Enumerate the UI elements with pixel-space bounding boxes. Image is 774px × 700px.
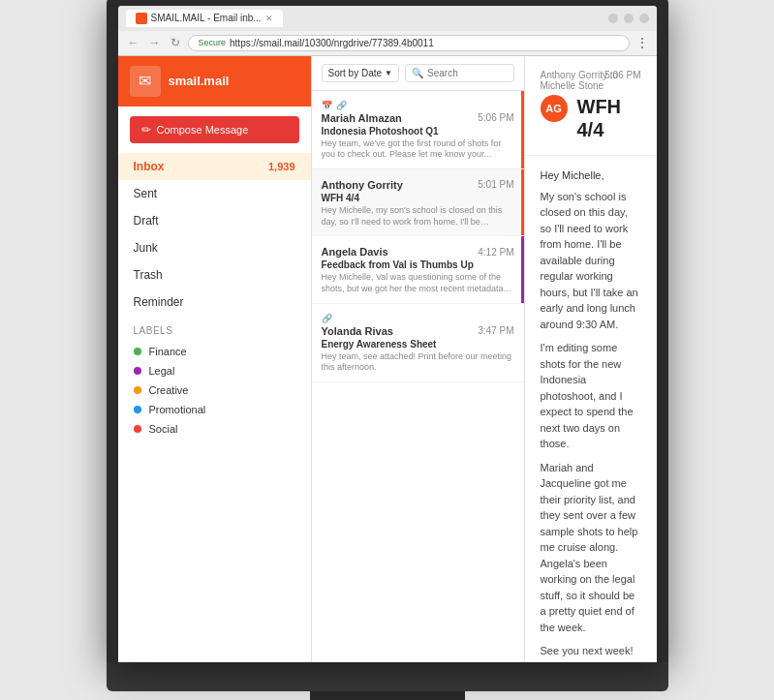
compose-button[interactable]: ✏ Compose Message [130,116,299,143]
browser-addressbar: ← → ↻ Secure https://smail.mail/10300/nr… [118,31,657,55]
sidebar: ✉ smail.mail ✏ Compose Message Inbox 1,9… [118,56,312,662]
email-item-header-1: Mariah Almazan 5:06 PM [322,112,514,124]
email-list: 📅 🔗 Mariah Almazan 5:06 PM Indonesia Pho… [312,91,524,662]
email-subject-1: Indonesia Photoshoot Q1 [322,126,514,137]
email-subject-2: WFH 4/4 [322,193,514,203]
label-dot-legal [134,367,141,375]
label-creative-name: Creative [149,384,189,396]
nav-reminder-label: Reminder [134,295,184,309]
email-preview-2: Hey Michelle, my son's school is closed … [322,205,514,228]
label-dot-creative [134,386,141,394]
email-accent-1 [521,91,524,168]
detail-avatar: AG [541,95,568,122]
nav-junk-label: Junk [134,241,158,255]
label-finance[interactable]: Finance [134,342,295,361]
email-item-header-2: Anthony Gorrity 5:01 PM [322,179,514,191]
labels-section: Labels Finance Legal Creative [118,316,311,442]
address-url: https://smail.mail/10300/nrgdrive/77389.… [230,38,434,48]
label-creative[interactable]: Creative [134,380,295,400]
calendar-icon: 📅 [322,101,332,110]
detail-paragraph-2: I'm editing some shots for the new Indon… [541,340,641,452]
win-close-btn[interactable] [639,14,649,23]
sort-arrow-icon: ▼ [385,69,392,77]
nav-item-draft[interactable]: Draft [118,207,311,234]
smail-logo-icon: ✉ [139,72,151,90]
list-toolbar: Sort by Date ▼ 🔍 [312,56,524,91]
email-subject-3: Feedback from Val is Thumbs Up [322,259,514,270]
detail-paragraph-1: My son's school is closed on this day, s… [541,189,641,333]
email-time-1: 5:06 PM [478,112,513,123]
email-item-header-3: Angela Davis 4:12 PM [322,246,514,258]
nav-sent-label: Sent [134,187,158,200]
address-box: Secure https://smail.mail/10300/nrgdrive… [188,35,630,51]
email-item-2[interactable]: Anthony Gorrity 5:01 PM WFH 4/4 Hey Mich… [312,169,524,236]
label-social[interactable]: Social [134,419,295,439]
browser-tab-favicon [136,13,147,24]
label-promotional[interactable]: Promotional [134,400,295,419]
avatar-initials: AG [545,103,562,114]
email-sender-2: Anthony Gorrity [322,179,403,191]
email-detail-pane: Anthony Gorrity to Michelle Stone AG WFH… [525,56,657,662]
detail-subject: WFH 4/4 [577,95,641,141]
nav-item-inbox[interactable]: Inbox 1,939 [118,153,311,180]
detail-time: 5:06 PM [604,70,640,80]
browser-chrome: SMAIL.MAIL - Email inb... ✕ ← → ↻ Secure [118,6,657,56]
secure-badge: Secure [199,38,227,47]
label-finance-name: Finance [149,346,187,357]
attachment-icon-1: 🔗 [336,101,347,110]
smail-logo: ✉ [130,66,161,97]
sort-by-date-btn[interactable]: Sort by Date ▼ [322,64,400,82]
detail-body: Hey Michelle, My son's school is closed … [525,156,657,662]
nav-item-trash[interactable]: Trash [118,261,311,289]
email-list-pane: Sort by Date ▼ 🔍 📅 � [312,56,525,662]
app-name: smail.mail [169,74,230,88]
email-item-3[interactable]: Angela Davis 4:12 PM Feedback from Val i… [312,236,524,303]
email-time-3: 4:12 PM [478,247,513,258]
monitor-outer: SMAIL.MAIL - Email inb... ✕ ← → ↻ Secure [107,0,668,662]
browser-tab: SMAIL.MAIL - Email inb... ✕ [126,10,283,27]
win-maximize-btn[interactable] [624,14,634,23]
search-input[interactable] [427,68,507,78]
sidebar-header: ✉ smail.mail [118,56,311,107]
email-sender-4: Yolanda Rivas [322,325,393,337]
win-controls [608,14,649,23]
email-item-header-4: Yolanda Rivas 3:47 PM [322,325,514,337]
label-dot-finance [134,348,141,355]
label-dot-social [134,425,141,433]
nav-refresh-btn[interactable]: ↻ [169,36,182,49]
email-preview-3: Hey Michelle, Val was questioning some o… [322,272,514,294]
monitor-wrapper: SMAIL.MAIL - Email inb... ✕ ← → ↻ Secure [107,0,668,700]
nav-inbox-badge: 1,939 [268,161,295,172]
browser-tab-label: SMAIL.MAIL - Email inb... [151,13,262,23]
email-item-4[interactable]: 🔗 Yolanda Rivas 3:47 PM Energy Awareness… [312,304,524,382]
nav-item-sent[interactable]: Sent [118,180,311,207]
nav-forward-btn[interactable]: → [147,36,163,49]
compose-icon: ✏ [141,123,151,137]
browser-titlebar: SMAIL.MAIL - Email inb... ✕ [118,6,657,31]
nav-item-junk[interactable]: Junk [118,234,311,261]
tab-close-btn[interactable]: ✕ [265,14,273,23]
nav-item-reminder[interactable]: Reminder [118,289,311,316]
detail-header-row: AG WFH 4/4 [541,95,641,145]
detail-header: Anthony Gorrity to Michelle Stone AG WFH… [525,56,657,156]
nav-back-btn[interactable]: ← [126,36,141,49]
link-icon-4: 🔗 [322,314,332,323]
nav-draft-label: Draft [134,214,159,228]
nav-inbox-label: Inbox [134,160,165,173]
browser-menu-btn[interactable]: ⋮ [635,35,649,50]
email-accent-2 [521,169,524,235]
label-legal-name: Legal [149,365,175,377]
label-promotional-name: Promotional [149,404,206,415]
label-dot-promotional [134,406,141,413]
sort-label: Sort by Date [328,68,383,78]
monitor-base [310,691,465,701]
email-item-1[interactable]: 📅 🔗 Mariah Almazan 5:06 PM Indonesia Pho… [312,91,524,169]
nav-list: Inbox 1,939 Sent Draft Junk [118,153,311,316]
labels-title: Labels [134,325,295,336]
label-legal[interactable]: Legal [134,361,295,380]
detail-greeting: Hey Michelle, [541,169,641,181]
win-minimize-btn[interactable] [608,14,618,23]
detail-paragraph-4: See you next week! [541,643,641,659]
search-box: 🔍 [405,64,513,82]
app-layout: ✉ smail.mail ✏ Compose Message Inbox 1,9… [118,56,657,662]
